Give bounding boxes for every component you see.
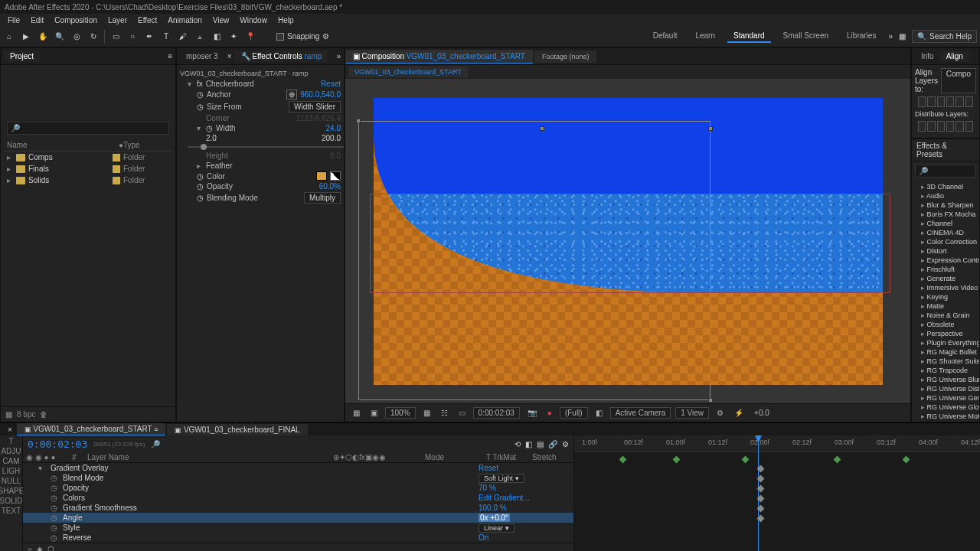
dist-bottom-button[interactable] bbox=[937, 121, 945, 132]
tl-side-label[interactable]: CAM bbox=[2, 457, 19, 465]
current-timecode[interactable]: 0:00:02:03 bbox=[28, 439, 87, 450]
effects-category[interactable]: Boris FX Mocha bbox=[913, 210, 978, 219]
timeline-tab-final[interactable]: ▣ VGW01_03_checkerboard_FINAL bbox=[167, 424, 307, 435]
property-value[interactable]: 100.0 % bbox=[479, 504, 507, 512]
composition-viewer[interactable] bbox=[345, 79, 910, 403]
menu-edit[interactable]: Edit bbox=[26, 15, 48, 25]
menu-window[interactable]: Window bbox=[235, 15, 272, 25]
effects-category[interactable]: Blur & Sharpen bbox=[913, 201, 978, 210]
effects-search-input[interactable]: 🔎 bbox=[915, 165, 976, 178]
anchor-value[interactable]: 960.0,540.0 bbox=[300, 90, 341, 99]
opacity-value[interactable]: 60.0% bbox=[319, 182, 341, 191]
hand-tool-icon[interactable]: ✋ bbox=[37, 31, 49, 43]
tl-toggle-icon[interactable]: ⬡ bbox=[47, 545, 54, 551]
align-bottom-button[interactable] bbox=[965, 96, 973, 107]
effects-category[interactable]: Obsolete bbox=[913, 320, 978, 329]
effects-category[interactable]: RG Universe Blur bbox=[913, 375, 978, 384]
project-item-finals[interactable]: ▸ Finals Folder bbox=[4, 163, 172, 174]
point-picker-icon[interactable]: ⊕ bbox=[286, 90, 297, 99]
menu-animation[interactable]: Animation bbox=[163, 15, 206, 25]
mode-dropdown[interactable]: Soft Light ▾ bbox=[479, 474, 524, 483]
workspace-overflow-icon[interactable]: ▦ bbox=[899, 32, 906, 41]
effects-category[interactable]: Color Correction bbox=[913, 237, 978, 246]
effect-controls-tab[interactable]: 🔧 Effect Controls ramp bbox=[235, 51, 328, 62]
workspace-learn[interactable]: Learn bbox=[689, 30, 721, 43]
align-right-button[interactable] bbox=[937, 96, 945, 107]
effects-category[interactable]: Plugin Everything bbox=[913, 338, 978, 347]
stopwatch-icon[interactable]: ◷ bbox=[197, 182, 204, 191]
tl-side-label[interactable]: NULL bbox=[2, 477, 21, 485]
effects-category[interactable]: Channel bbox=[913, 219, 978, 228]
dist-hcenter-button[interactable] bbox=[956, 121, 963, 132]
align-left-button[interactable] bbox=[918, 96, 926, 107]
twirl-icon[interactable]: ▸ bbox=[7, 176, 13, 184]
property-value[interactable]: On bbox=[479, 533, 488, 542]
menu-layer[interactable]: Layer bbox=[103, 15, 132, 25]
stopwatch-icon[interactable]: ◷ bbox=[206, 124, 213, 132]
viewer-time[interactable]: 0:00:02:03 bbox=[473, 407, 520, 419]
info-tab[interactable]: Info bbox=[915, 51, 940, 62]
alpha-icon[interactable]: ▦ bbox=[350, 408, 363, 418]
resolution-dropdown[interactable]: (Full) bbox=[560, 407, 588, 419]
stopwatch-icon[interactable]: ◷ bbox=[197, 103, 204, 111]
timeline-property-row[interactable]: ◷Angle0x +0.0° bbox=[23, 513, 573, 523]
dist-vcenter-button[interactable] bbox=[927, 121, 935, 132]
workspace-libraries[interactable]: Libraries bbox=[841, 30, 882, 43]
selection-tool-icon[interactable]: ▶ bbox=[20, 31, 32, 43]
col-name[interactable]: Name bbox=[7, 141, 119, 149]
shape-ellipse-tool-icon[interactable]: ○ bbox=[126, 31, 139, 43]
effects-category[interactable]: Audio bbox=[913, 191, 978, 201]
project-item-comps[interactable]: ▸ Comps Folder bbox=[4, 152, 172, 163]
timeline-property-row[interactable]: ◷ReverseOn bbox=[23, 533, 573, 543]
col-type[interactable]: Type bbox=[123, 141, 169, 149]
effects-category[interactable]: Matte bbox=[913, 302, 978, 311]
orbit-tool-icon[interactable]: ◎ bbox=[70, 31, 83, 43]
transparency-icon[interactable]: ◧ bbox=[593, 408, 606, 418]
shape-rect-tool-icon[interactable]: ▭ bbox=[109, 31, 122, 43]
timeline-tab-start[interactable]: ▣ VGW01_03_checkerboard_START ≡ bbox=[17, 423, 166, 435]
menu-view[interactable]: View bbox=[208, 15, 234, 25]
composition-tab[interactable]: ▣ Composition VGW01_03_checkerboard_STAR… bbox=[345, 50, 533, 64]
tl-tool-icon[interactable]: ⟲ bbox=[514, 440, 521, 448]
twirl-icon[interactable]: ▸ bbox=[7, 153, 13, 161]
effects-category[interactable]: RG Trapcode bbox=[913, 366, 978, 375]
twirl-icon[interactable]: ▸ bbox=[7, 165, 13, 173]
align-top-button[interactable] bbox=[946, 96, 954, 107]
playhead[interactable] bbox=[758, 435, 759, 551]
menu-composition[interactable]: Composition bbox=[50, 15, 102, 25]
blending-mode-dropdown[interactable]: Multiply bbox=[304, 192, 341, 204]
panel-menu-icon[interactable]: ≡ bbox=[168, 52, 172, 60]
stopwatch-icon[interactable]: ◷ bbox=[197, 90, 204, 99]
guides-icon[interactable]: ☷ bbox=[438, 408, 451, 418]
eyedropper-icon[interactable] bbox=[330, 171, 341, 181]
timeline-property-row[interactable]: ◷Blend ModeSoft Light ▾ bbox=[23, 473, 573, 483]
effects-category[interactable]: Generate bbox=[913, 274, 978, 283]
puppet-tool-icon[interactable]: 📍 bbox=[244, 31, 256, 43]
effects-category[interactable]: Keying bbox=[913, 292, 978, 302]
panel-overflow-icon[interactable]: » bbox=[336, 52, 341, 60]
dist-right-button[interactable] bbox=[965, 121, 973, 132]
timeline-property-row[interactable]: ▾Gradient OverlayReset bbox=[23, 463, 573, 473]
trash-icon[interactable]: 🗑 bbox=[40, 410, 47, 419]
menu-help[interactable]: Help bbox=[273, 15, 299, 25]
effects-category[interactable]: RG Universe Motion Gra bbox=[913, 412, 978, 421]
tl-tool-icon[interactable]: ⚙ bbox=[562, 440, 569, 448]
effects-category[interactable]: RG Magic Bullet bbox=[913, 347, 978, 357]
camera-dropdown[interactable]: Active Camera bbox=[610, 407, 671, 419]
fast-preview-icon[interactable]: ⚡ bbox=[731, 408, 746, 418]
menu-effect[interactable]: Effect bbox=[133, 15, 162, 25]
roto-tool-icon[interactable]: ✦ bbox=[227, 31, 240, 43]
effects-category[interactable]: 3D Channel bbox=[913, 182, 978, 191]
property-value[interactable]: Reset bbox=[479, 464, 498, 472]
timeline-property-row[interactable]: ◷Gradient Smoothness100.0 % bbox=[23, 503, 573, 513]
effects-category[interactable]: Expression Controls bbox=[913, 256, 978, 265]
effects-presets-title[interactable]: Effects & Presets bbox=[912, 139, 979, 161]
effects-category[interactable]: Frischluft bbox=[913, 265, 978, 274]
rotate-tool-icon[interactable]: ↻ bbox=[87, 31, 100, 43]
mask-icon[interactable]: ▣ bbox=[368, 408, 381, 418]
timeline-property-row[interactable]: ◷Opacity70 % bbox=[23, 483, 573, 493]
footage-tab[interactable]: Footage (none) bbox=[534, 51, 597, 63]
roi-icon[interactable]: ▭ bbox=[456, 408, 469, 418]
mode-dropdown[interactable]: Linear ▾ bbox=[479, 523, 514, 533]
align-hcenter-button[interactable] bbox=[927, 96, 935, 107]
